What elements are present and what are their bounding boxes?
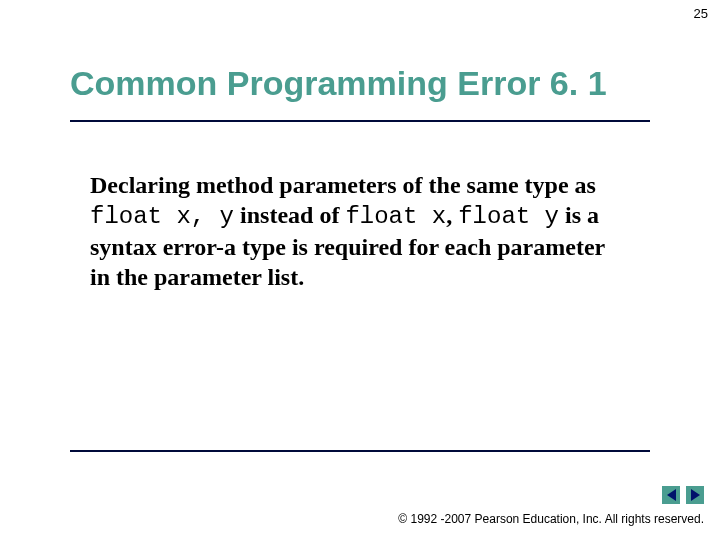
nav-buttons xyxy=(662,486,704,504)
divider-top xyxy=(70,120,650,122)
code-frag-1: float x, y xyxy=(90,203,234,230)
body-frag-1: Declaring method parameters of the same … xyxy=(90,172,596,198)
code-frag-2: float x xyxy=(345,203,446,230)
divider-bottom xyxy=(70,450,650,452)
body-frag-3: , xyxy=(446,202,458,228)
triangle-left-icon xyxy=(667,489,676,501)
copyright-footer: © 1992 -2007 Pearson Education, Inc. All… xyxy=(398,512,704,526)
triangle-right-icon xyxy=(691,489,700,501)
prev-button[interactable] xyxy=(662,486,680,504)
slide: 25 Common Programming Error 6. 1 Declari… xyxy=(0,0,720,540)
next-button[interactable] xyxy=(686,486,704,504)
slide-title: Common Programming Error 6. 1 xyxy=(70,64,660,103)
code-frag-3: float y xyxy=(458,203,559,230)
body-text: Declaring method parameters of the same … xyxy=(90,170,630,292)
body-frag-2: instead of xyxy=(234,202,345,228)
page-number: 25 xyxy=(694,6,708,21)
